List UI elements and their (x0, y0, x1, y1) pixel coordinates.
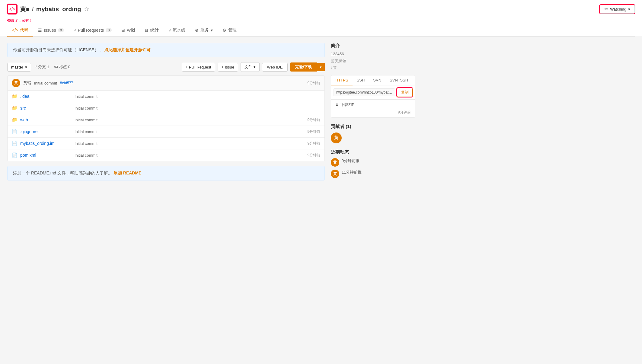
intro-section: 简介 123456 暂无标签 t 签 (331, 43, 415, 70)
pull-request-button[interactable]: + Pull Request (182, 63, 215, 72)
contributors-title: 贡献者 (1) (331, 124, 415, 129)
commit-time: 9分钟前 (307, 81, 320, 86)
file-name[interactable]: .idea (20, 94, 69, 99)
chevron-down-icon: ▾ (628, 7, 630, 11)
download-zip-button[interactable]: ⬇ 下载ZIP (331, 99, 415, 110)
readme-notice: 添加一个 README.md 文件，帮助感兴趣的人了解。 添加 README (7, 166, 325, 180)
contributor-avatar[interactable]: 黄 (331, 133, 342, 143)
file-name[interactable]: src (20, 106, 69, 110)
clone-main-button[interactable]: 克隆/下载 (290, 62, 317, 72)
add-readme-link[interactable]: 添加 README (113, 171, 142, 175)
file-commit: Initial commit (69, 129, 307, 134)
file-name[interactable]: pom.xml (20, 153, 69, 158)
repo-title: 黄■ / mybatis_ording (20, 5, 81, 13)
repo-icon: </> (7, 4, 17, 14)
activity-text: 9分钟前推 (342, 158, 359, 164)
file-commit: Initial commit (69, 153, 307, 158)
commit-hash[interactable]: 8efd577 (60, 81, 73, 85)
pipeline-icon: ⑂ (168, 28, 171, 33)
commit-avatar: 黄 (12, 79, 20, 87)
manage-icon: ⚙ (222, 28, 226, 33)
download-icon: ⬇ (335, 103, 339, 107)
services-icon: ⊕ (195, 28, 199, 33)
no-tag: 暂无标签 (331, 59, 415, 64)
right-panel: 简介 123456 暂无标签 t 签 HTTPS SSH SVN SVN+SSH… (331, 43, 415, 181)
branch-info: ⑂ 分支 1 🏷 标签 0 (35, 64, 70, 70)
branch-fork-icon: ⑂ (35, 65, 37, 69)
download-zip-label: 下载ZIP (340, 102, 354, 107)
branch-arrow-icon: ▾ (25, 65, 27, 69)
toolbar-left: master ▾ ⑂ 分支 1 🏷 标签 0 (7, 63, 70, 72)
activity-avatar: 黄 (331, 158, 339, 167)
activity-item: 黄 11分钟前推 (331, 170, 415, 178)
commit-info: 黄 黄瑁 Initial commit 8efd577 9分钟前 (7, 75, 325, 90)
repo-separator: / (32, 6, 34, 13)
file-time: 9分钟前 (307, 153, 320, 158)
star-icon[interactable]: ☆ (84, 6, 89, 12)
file-time: 9分钟前 (307, 129, 320, 134)
file-commit: Initial commit (69, 118, 307, 122)
intro-desc: 123456 (331, 52, 415, 56)
branch-selector[interactable]: master ▾ (7, 63, 31, 72)
public-badge: 锁没了，公有！ (7, 18, 33, 23)
clone-tabs: HTTPS SSH SVN SVN+SSH (331, 75, 415, 85)
zip-time: 9分钟前 (331, 110, 415, 117)
watch-label: t 签 (331, 65, 415, 70)
tab-issues[interactable]: ☰ Issues 0 (33, 25, 69, 36)
table-row: 📁 .idea Initial commit (8, 91, 324, 102)
file-commit: Initial commit (69, 141, 307, 146)
file-icon: 📄 (12, 152, 17, 158)
toolbar: master ▾ ⑂ 分支 1 🏷 标签 0 + Pull Request + (7, 62, 325, 72)
folder-icon: 📁 (12, 94, 17, 99)
tab-code[interactable]: </> 代码 (7, 24, 33, 37)
tab-pipeline[interactable]: ⑂ 流水线 (164, 24, 190, 37)
activity-item: 黄 9分钟前推 (331, 158, 415, 167)
folder-icon: 📁 (12, 117, 17, 123)
repo-name[interactable]: mybatis_ording (36, 6, 81, 13)
copy-button[interactable]: 复制 (397, 88, 413, 97)
tags-count: 🏷 标签 0 (54, 64, 70, 70)
table-row: 📁 web Initial commit 9分钟前 (8, 114, 324, 126)
tab-manage[interactable]: ⚙ 管理 (218, 24, 241, 37)
clone-arrow-button[interactable]: ▾ (317, 63, 325, 71)
services-arrow: ▾ (211, 28, 213, 33)
tab-wiki[interactable]: ⊞ Wiki (117, 25, 139, 36)
clone-tab-svn-ssh[interactable]: SVN+SSH (385, 75, 412, 85)
clone-url-input[interactable] (334, 88, 395, 96)
file-table: 📁 .idea Initial commit 📁 src Initial com… (7, 90, 325, 161)
activity-text: 11分钟前推 (342, 170, 362, 175)
file-arrow-icon: ▾ (254, 65, 256, 69)
file-icon: 📄 (12, 141, 17, 146)
file-name[interactable]: .gitignore (20, 129, 69, 134)
tab-services[interactable]: ⊕ 服务 ▾ (190, 24, 218, 37)
issue-button[interactable]: + Issue (218, 63, 238, 72)
clone-tab-svn[interactable]: SVN (369, 75, 385, 85)
readme-text: 添加一个 README.md 文件，帮助感兴趣的人了解。 (13, 171, 112, 175)
tab-stats[interactable]: ▦ 统计 (140, 24, 164, 37)
table-row: 📄 pom.xml Initial commit 9分钟前 (8, 149, 324, 161)
activity-avatar: 黄 (331, 170, 339, 178)
activity-title: 近期动态 (331, 149, 415, 155)
toolbar-right: + Pull Request + Issue 文件 ▾ Web IDE 克隆/下… (182, 62, 325, 72)
issues-badge: 0 (58, 28, 64, 32)
commit-author[interactable]: 黄瑁 (23, 80, 31, 86)
file-icon: 📄 (12, 129, 17, 134)
tab-pulls[interactable]: ⑂ Pull Requests 0 (69, 25, 117, 36)
table-row: 📄 mybatis_ording.iml Initial commit 9分钟前 (8, 138, 324, 149)
clone-download-button[interactable]: 克隆/下载 ▾ (290, 62, 325, 72)
wiki-icon: ⊞ (121, 28, 125, 33)
folder-icon: 📁 (12, 105, 17, 111)
file-name[interactable]: mybatis_ording.iml (20, 141, 69, 146)
watching-button[interactable]: 👁 Watching ▾ (600, 5, 635, 14)
file-button[interactable]: 文件 ▾ (241, 62, 260, 72)
clone-tab-ssh[interactable]: SSH (353, 75, 369, 85)
recent-activity-section: 近期动态 黄 9分钟前推 黄 11分钟前推 (331, 149, 415, 178)
license-link[interactable]: 点此选择并创建开源许可 (104, 47, 151, 52)
clone-url-row: 复制 (331, 85, 415, 99)
web-ide-button[interactable]: Web IDE (262, 63, 288, 72)
file-time: 9分钟前 (307, 141, 320, 146)
file-name[interactable]: web (20, 117, 69, 122)
repo-owner[interactable]: 黄■ (20, 5, 30, 13)
tag-icon: 🏷 (54, 65, 58, 69)
clone-tab-https[interactable]: HTTPS (331, 75, 353, 85)
